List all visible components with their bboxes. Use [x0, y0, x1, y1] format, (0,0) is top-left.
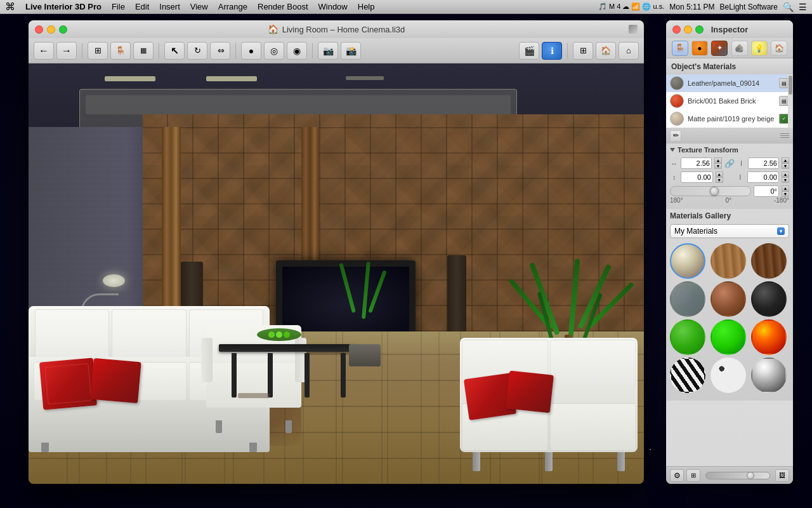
texture-height-value: 2.56: [764, 159, 777, 167]
gallery-item-zebra[interactable]: [670, 358, 705, 393]
info-button[interactable]: ℹ: [542, 42, 562, 60]
tex-link-icon[interactable]: 🔗: [724, 159, 735, 168]
window-title-text: Living Room – Home Cinema.li3d: [282, 25, 405, 34]
tex-y-up[interactable]: ▲: [782, 171, 789, 177]
tex-height-up[interactable]: ▲: [782, 157, 789, 163]
texture-height-input[interactable]: 2.56: [748, 157, 779, 169]
inspector-furniture-button[interactable]: 🪑: [672, 41, 688, 56]
rotation-input[interactable]: 0°: [754, 185, 779, 197]
material-item-leather[interactable]: Leather/pamela_09014 ▤: [666, 74, 793, 92]
texture-collapse-icon[interactable]: [670, 148, 675, 152]
view-grid-button[interactable]: ⊞: [573, 42, 593, 60]
insert-menu[interactable]: Insert: [159, 2, 180, 11]
inspector-close-button[interactable]: [672, 25, 681, 34]
rotation-slider-thumb: [710, 187, 719, 196]
nav-back-button[interactable]: ←: [34, 42, 54, 60]
arrange-menu[interactable]: Arrange: [218, 2, 247, 11]
apple-menu[interactable]: ⌘: [5, 1, 15, 13]
spot-light-button[interactable]: ◎: [264, 42, 284, 60]
material-item-paint[interactable]: Matte paint/1019 grey beige ✓: [666, 110, 793, 128]
gallery-item-dark[interactable]: [751, 281, 787, 317]
gallery-item-spots[interactable]: [710, 358, 746, 393]
walls-button[interactable]: ▦: [133, 42, 154, 60]
orbit-tool[interactable]: ↻: [187, 42, 207, 60]
nav-forward-button[interactable]: →: [56, 42, 77, 60]
gallery-item-green-2[interactable]: [710, 319, 746, 355]
render-button[interactable]: 🎬: [519, 42, 539, 60]
furniture-button[interactable]: 🪑: [110, 42, 131, 60]
window-title-icon: 🏠: [268, 24, 278, 34]
texture-width-stepper[interactable]: ▲ ▼: [714, 157, 722, 169]
camera-button[interactable]: 📷: [318, 42, 338, 60]
tex-height-down[interactable]: ▼: [782, 163, 789, 169]
rot-down[interactable]: ▼: [782, 191, 789, 197]
rotation-slider[interactable]: [670, 186, 751, 196]
gallery-item-stone[interactable]: [670, 281, 705, 317]
materials-section-title: Object's Materials: [666, 58, 793, 74]
point-light-button[interactable]: ●: [241, 42, 261, 60]
edit-menu[interactable]: Edit: [135, 2, 149, 11]
texture-x-stepper[interactable]: ▲ ▼: [716, 171, 723, 183]
texture-y-stepper[interactable]: ▲ ▼: [782, 171, 789, 183]
rotation-stepper[interactable]: ▲ ▼: [782, 185, 789, 197]
toolbar-separator-2: [159, 43, 159, 58]
inspector-gear-button[interactable]: ⚙: [670, 469, 684, 482]
window-resize-handle[interactable]: [629, 25, 638, 34]
window-menu[interactable]: Window: [318, 2, 348, 11]
inspector-traffic-lights: [672, 25, 704, 34]
rot-label-mid: 0°: [726, 197, 732, 204]
gallery-item-chrome[interactable]: [751, 358, 787, 393]
app-name-menu[interactable]: Live Interior 3D Pro: [25, 2, 102, 11]
inspector-max-button[interactable]: [695, 25, 704, 34]
close-button[interactable]: [35, 25, 43, 34]
texture-height-stepper[interactable]: ▲ ▼: [782, 157, 789, 169]
inspector-min-button[interactable]: [684, 25, 692, 34]
view-3d-button[interactable]: ⌂: [619, 42, 639, 60]
screenshot-button[interactable]: 📸: [341, 42, 361, 60]
view-menu[interactable]: View: [190, 2, 208, 11]
pan-tool[interactable]: ⇔: [210, 42, 230, 60]
help-menu[interactable]: Help: [358, 2, 375, 11]
floor-plan-button[interactable]: ⊞: [88, 42, 108, 60]
gallery-dropdown[interactable]: My Materials ▼: [670, 224, 789, 238]
tex-x-icon: ↕: [670, 174, 678, 181]
coffee-table: [219, 344, 358, 401]
menu-clock: Mon 5:11 PM: [669, 3, 714, 11]
tex-width-down[interactable]: ▼: [714, 163, 722, 169]
texture-y-input[interactable]: 0.00: [747, 171, 779, 183]
gallery-item-plain[interactable]: [670, 243, 705, 279]
inspector-texture-button[interactable]: 🪨: [731, 41, 748, 56]
3d-viewport[interactable]: [29, 64, 644, 484]
inspector-material-button[interactable]: ✦: [711, 41, 728, 56]
inspector-room-button[interactable]: 🏠: [771, 41, 787, 56]
inspector-sphere-button[interactable]: ●: [691, 41, 708, 56]
maximize-button[interactable]: [59, 25, 67, 34]
material-item-brick[interactable]: Brick/001 Baked Brick ▤: [666, 92, 793, 110]
inspector-grid-button[interactable]: ⊞: [686, 469, 700, 482]
rot-up[interactable]: ▲: [782, 185, 789, 191]
gallery-item-brown[interactable]: [710, 281, 746, 317]
minimize-button[interactable]: [47, 25, 55, 34]
tex-width-up[interactable]: ▲: [714, 157, 722, 163]
menu-search-icon[interactable]: 🔍: [783, 2, 794, 12]
inspector-image-button[interactable]: 🖼: [775, 469, 789, 482]
render-boost-menu[interactable]: Render Boost: [258, 2, 308, 11]
area-light-button[interactable]: ◉: [287, 42, 307, 60]
gallery-item-wood-dark[interactable]: [751, 243, 787, 279]
select-tool[interactable]: ↖: [164, 42, 185, 60]
materials-scrollbar[interactable]: [788, 74, 793, 128]
inspector-light-button[interactable]: 💡: [751, 41, 768, 56]
gallery-item-green-1[interactable]: [670, 319, 705, 355]
material-tool-wand[interactable]: ✏: [670, 130, 681, 142]
gallery-item-fire[interactable]: [751, 319, 787, 355]
texture-x-input[interactable]: 0.00: [681, 171, 712, 183]
inspector-size-slider[interactable]: [705, 472, 770, 479]
tex-x-down[interactable]: ▼: [716, 177, 723, 183]
file-menu[interactable]: File: [112, 2, 125, 11]
tex-y-down[interactable]: ▼: [782, 177, 789, 183]
texture-width-input[interactable]: 2.56: [681, 157, 712, 169]
menu-list-icon[interactable]: ☰: [799, 2, 807, 12]
tex-x-up[interactable]: ▲: [716, 171, 723, 177]
gallery-item-wood-light[interactable]: [710, 243, 746, 279]
view-home-button[interactable]: 🏠: [596, 42, 616, 60]
